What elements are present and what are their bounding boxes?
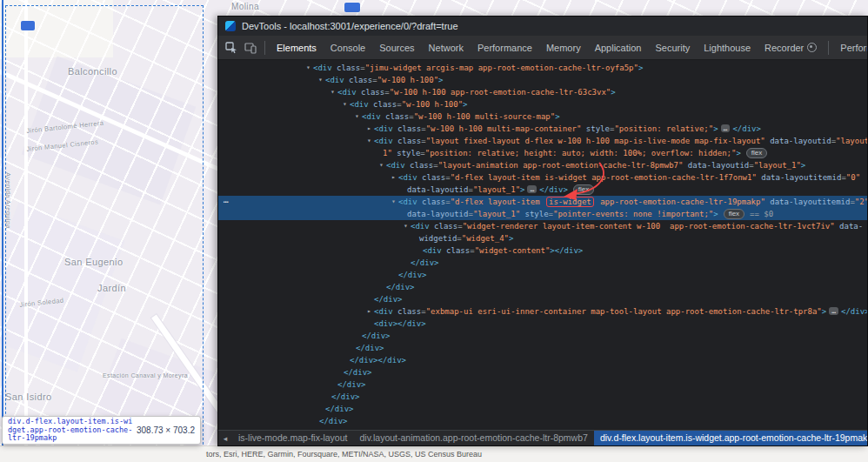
- breadcrumbs: is-live-mode.map-fix-layoutdiv.layout-an…: [232, 431, 867, 445]
- dom-tree-node[interactable]: ▾<div class="layout-animation app-root-e…: [218, 159, 867, 171]
- breadcrumb-scroll-left-icon[interactable]: ◂: [218, 434, 232, 443]
- dom-tree-node[interactable]: </div></div>: [218, 354, 867, 366]
- dom-tree-node[interactable]: </div>: [218, 366, 867, 378]
- twisty-icon[interactable]: ▾: [377, 159, 386, 171]
- dom-tree-node[interactable]: widgetid="widget_4">: [218, 232, 867, 244]
- expand-inline-icon[interactable]: …: [721, 124, 731, 132]
- devtools-icon: [225, 21, 236, 31]
- dom-tree-node[interactable]: </div>: [218, 391, 867, 403]
- tab-performance[interactable]: Performance: [471, 37, 539, 59]
- dom-tree-node[interactable]: </div>: [218, 378, 867, 391]
- tab-performance-insights[interactable]: Performance insights: [833, 37, 867, 59]
- code-token: data-layoutid: [683, 161, 749, 170]
- twisty-icon[interactable]: ▾: [364, 135, 374, 147]
- code-token: data-: [835, 222, 864, 231]
- dom-tree-node[interactable]: ▾<div class="widget-renderer layout-item…: [218, 220, 867, 232]
- tab-sources[interactable]: Sources: [372, 37, 421, 59]
- inspect-tooltip-dimensions: 308.73 × 703.2: [135, 425, 195, 435]
- dom-tree-node[interactable]: ▾<div class="jimu-widget arcgis-map app-…: [218, 62, 867, 74]
- code-token: class: [369, 100, 397, 109]
- tab-console[interactable]: Console: [324, 37, 372, 59]
- code-token: "layout fixed-layout d-flex w-100 h-100 …: [426, 137, 765, 145]
- code-token: <div: [423, 246, 442, 255]
- tab-network[interactable]: Network: [422, 37, 471, 59]
- dom-tree-node[interactable]: data-layoutid="layout_1">…</div>flex: [218, 184, 867, 196]
- node-menu-icon[interactable]: ⋯: [224, 196, 229, 208]
- inspect-element-icon[interactable]: [224, 40, 239, 56]
- expand-inline-icon[interactable]: …: [527, 185, 537, 193]
- code-token: <div></div>: [374, 319, 426, 328]
- tab-recorder[interactable]: Recorder: [758, 37, 824, 59]
- breadcrumb-item[interactable]: is-live-mode.map-fix-layout: [232, 431, 353, 445]
- code-token: </div>: [539, 185, 568, 194]
- dom-tree-node[interactable]: </div>: [218, 415, 867, 427]
- dom-tree-node[interactable]: </div>: [218, 342, 867, 354]
- dom-tree-node[interactable]: </div>: [218, 293, 867, 305]
- twisty-icon[interactable]: ▾: [352, 110, 362, 123]
- overlay-badge: [21, 21, 35, 30]
- dom-tree-node[interactable]: ▾<div class="layout fixed-layout d-flex …: [218, 135, 867, 147]
- twisty-icon[interactable]: ▾: [389, 196, 398, 208]
- annotated-token-is-widget: is-widget: [546, 197, 594, 207]
- dom-tree-node[interactable]: </div>: [218, 269, 867, 281]
- code-token: style: [392, 149, 421, 157]
- code-token: </div>: [411, 258, 439, 267]
- flex-badge[interactable]: flex: [573, 184, 594, 195]
- dom-tree-node[interactable]: ▾<div class="w-100 h-100 multi-source-ma…: [218, 110, 867, 123]
- dom-tree-node[interactable]: </div>: [218, 427, 867, 430]
- dom-tree-node[interactable]: </div>: [218, 403, 867, 415]
- twisty-icon[interactable]: ▾: [316, 74, 325, 86]
- tab-lighthouse[interactable]: Lighthouse: [697, 37, 758, 59]
- code-token: <div: [374, 124, 393, 133]
- dom-tree-node[interactable]: ▸<div class="exbmap-ui esri-ui-inner-con…: [218, 305, 867, 318]
- dom-tree-node[interactable]: </div>: [218, 257, 867, 269]
- twisty-icon[interactable]: ▾: [328, 86, 337, 98]
- tab-security[interactable]: Security: [648, 37, 697, 59]
- dom-tree-node[interactable]: ▸<div class="w-100 h-100 multi-map-conta…: [218, 123, 867, 135]
- dom-tree-node[interactable]: 1" style="position: relative; height: au…: [218, 147, 867, 159]
- dom-tree-node[interactable]: <div class="widget-content"></div>: [218, 244, 867, 257]
- code-token: "w-100 h-100 multi-map-container": [426, 124, 582, 133]
- flex-badge[interactable]: flex: [746, 148, 767, 158]
- devtools-titlebar[interactable]: DevTools - localhost:3001/experience/0/?…: [218, 17, 867, 36]
- code-token: <div: [313, 64, 332, 72]
- dom-tree-node[interactable]: ▾<div class="w-100 h-100">: [218, 74, 867, 86]
- code-token: >: [638, 64, 643, 72]
- code-token: "layout_: [836, 137, 867, 145]
- dom-tree-node[interactable]: ▾<div class="w-100 h-100">: [218, 98, 867, 110]
- code-token: "d-flex layout-item is-widget app-root-e…: [451, 173, 757, 182]
- code-token: >: [611, 88, 615, 97]
- expand-inline-icon[interactable]: …: [829, 307, 838, 315]
- code-token: ></div>: [550, 246, 583, 255]
- device-toolbar-icon[interactable]: [243, 40, 258, 56]
- twisty-icon[interactable]: ▾: [304, 62, 313, 74]
- dom-tree-node[interactable]: </div>: [218, 330, 867, 342]
- code-token: data-layoutitemid: [757, 173, 842, 182]
- code-token: >: [438, 76, 443, 84]
- code-token: >: [463, 100, 467, 109]
- dom-tree-node[interactable]: ⋯▾<div class="d-flex layout-item is-widg…: [218, 196, 867, 208]
- twisty-icon[interactable]: ▸: [389, 171, 398, 184]
- code-token: </div></div>: [350, 356, 406, 365]
- flex-badge[interactable]: flex: [724, 209, 744, 219]
- twisty-icon[interactable]: ▾: [340, 98, 350, 110]
- code-token: class: [430, 222, 458, 231]
- code-token: "position: relative;": [614, 124, 713, 133]
- tab-application[interactable]: Application: [588, 37, 649, 59]
- code-token: data-layoutid: [765, 137, 831, 145]
- dom-tree-node[interactable]: <div></div>: [218, 318, 867, 330]
- twisty-icon[interactable]: ▾: [401, 220, 411, 232]
- breadcrumb-item[interactable]: div.d-flex.layout-item.is-widget.app-roo…: [594, 431, 867, 445]
- tab-elements[interactable]: Elements: [270, 37, 324, 59]
- breadcrumb-item[interactable]: div.layout-animation.app-root-emotion-ca…: [353, 431, 593, 445]
- dom-tree-node[interactable]: ▸<div class="d-flex layout-item is-widge…: [218, 171, 867, 184]
- code-token: >: [736, 149, 740, 157]
- twisty-icon[interactable]: ▸: [364, 123, 374, 135]
- dom-tree-node[interactable]: data-layoutid="layout_1" style="pointer-…: [218, 208, 867, 220]
- twisty-icon[interactable]: ▸: [364, 305, 374, 318]
- dom-tree-node[interactable]: ▾<div class="w-100 h-100 app-root-emotio…: [218, 86, 867, 98]
- tab-memory[interactable]: Memory: [539, 37, 588, 59]
- dom-tree-node[interactable]: </div>: [218, 281, 867, 293]
- code-token: style: [520, 210, 549, 218]
- code-token: class: [381, 112, 410, 121]
